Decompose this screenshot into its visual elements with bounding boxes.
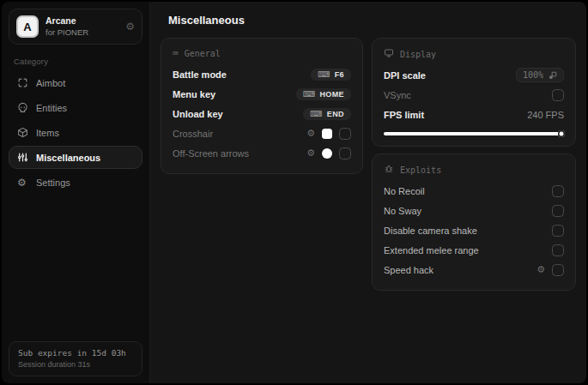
setting-row-menu-key: Menu key ⌨ HOME: [173, 84, 351, 104]
sidebar-item-miscellaneous[interactable]: Miscellaneous: [9, 146, 142, 169]
brand-text: Arcane for PIONER: [45, 15, 118, 38]
session-duration-text: Session duration 31s: [18, 360, 133, 369]
setting-label: FPS limit: [384, 110, 527, 120]
color-swatch[interactable]: [322, 129, 332, 139]
exploits-header-label: Exploits: [400, 165, 441, 175]
subscription-info: Sub expires in 15d 03h Session duration …: [9, 341, 142, 376]
vsync-checkbox[interactable]: [552, 89, 564, 101]
sidebar-item-label: Settings: [36, 177, 70, 188]
setting-label: Menu key: [173, 89, 296, 99]
sidebar-item-label: Aimbot: [36, 78, 65, 88]
fps-limit-value: 240 FPS: [527, 110, 564, 120]
setting-row-offscreen-arrows: Off-Screen arrows ⚙: [173, 143, 351, 163]
sidebar-nav: Aimbot Entities: [9, 71, 142, 194]
monitor-icon: [384, 48, 394, 60]
general-header: ⌨ General: [173, 48, 351, 59]
brand-title: Arcane: [45, 15, 118, 27]
page-title: Miscellaneous: [161, 14, 576, 27]
display-header: Display: [384, 48, 564, 60]
keybind-button-menu-key[interactable]: ⌨ HOME: [296, 88, 351, 100]
setting-row-battle-mode: Battle mode ⌨ F6: [173, 64, 351, 84]
setting-row-speed-hack: Speed hack ⚙: [384, 260, 564, 280]
brand-logo: A: [16, 15, 39, 38]
extended-melee-range-checkbox[interactable]: [552, 244, 564, 256]
sidebar-item-label: Items: [36, 128, 59, 138]
skull-icon: [17, 102, 28, 113]
disable-camera-shake-checkbox[interactable]: [552, 225, 564, 237]
exploits-header: Exploits: [384, 164, 564, 176]
setting-label: Unload key: [173, 109, 303, 119]
brand-card: A Arcane for PIONER ⚙: [9, 9, 142, 45]
keybind-button-unload-key[interactable]: ⌨ END: [303, 108, 351, 120]
dpi-scale-value: 100%: [523, 70, 543, 80]
keyboard-icon: ⌨: [310, 110, 322, 118]
display-header-label: Display: [400, 50, 436, 59]
keybind-button-battle-mode[interactable]: ⌨ F6: [311, 69, 351, 81]
setting-label: DPI scale: [384, 70, 516, 81]
gear-icon[interactable]: ⚙: [536, 265, 545, 274]
dpi-scale-select[interactable]: 100%: [516, 68, 564, 82]
sliders-icon: [17, 152, 28, 163]
keyboard-icon: ⌨: [303, 90, 315, 99]
keybind-value: F6: [335, 70, 344, 79]
general-card: ⌨ General Battle mode ⌨ F6 Menu key ⌨: [161, 38, 363, 174]
brand-subtitle: for PIONER: [45, 27, 118, 38]
package-icon: [17, 127, 28, 138]
setting-label: Battle mode: [173, 69, 311, 80]
display-card: Display DPI scale 100% VSy: [372, 38, 576, 147]
setting-label: Disable camera shake: [384, 226, 552, 236]
setting-row-unload-key: Unload key ⌨ END: [173, 104, 351, 123]
main-panel: Miscellaneous ⌨ General Battle mode ⌨ F6: [150, 2, 586, 383]
setting-row-no-sway: No Sway: [384, 201, 564, 220]
setting-label: Speed hack: [384, 265, 536, 275]
color-swatch[interactable]: [322, 148, 332, 159]
gear-icon[interactable]: ⚙: [125, 21, 135, 33]
sidebar-item-aimbot[interactable]: Aimbot: [9, 71, 142, 94]
general-header-label: General: [185, 49, 221, 58]
setting-label: Crosshair: [173, 129, 306, 139]
sub-expiry-text: Sub expires in 15d 03h: [18, 348, 133, 358]
setting-label: No Sway: [384, 206, 552, 216]
keybind-value: END: [327, 110, 344, 118]
keyboard-icon: ⌨: [318, 70, 330, 79]
setting-row-vsync: VSync: [384, 85, 564, 105]
no-sway-checkbox[interactable]: [552, 205, 564, 217]
setting-label: No Recoil: [384, 186, 552, 196]
scale-icon: [549, 71, 557, 80]
speed-hack-checkbox[interactable]: [552, 264, 564, 276]
offscreen-arrows-checkbox[interactable]: [339, 147, 351, 159]
gear-icon[interactable]: ⚙: [306, 148, 315, 158]
sidebar-item-items[interactable]: Items: [9, 121, 142, 144]
setting-row-crosshair: Crosshair ⚙: [173, 123, 351, 143]
scan-icon: [17, 77, 28, 88]
setting-row-extended-melee-range: Extended melee range: [384, 240, 564, 260]
setting-label: Extended melee range: [384, 245, 552, 256]
category-label: Category: [14, 57, 137, 66]
setting-row-disable-camera-shake: Disable camera shake: [384, 220, 564, 240]
slider-thumb[interactable]: [558, 130, 565, 137]
no-recoil-checkbox[interactable]: [552, 185, 564, 197]
setting-row-dpi-scale: DPI scale 100%: [384, 65, 564, 85]
bug-icon: [384, 164, 394, 176]
app-window: A Arcane for PIONER ⚙ Category Aimbot: [2, 2, 586, 383]
sidebar-item-settings[interactable]: ⚙ Settings: [9, 171, 142, 194]
sidebar: A Arcane for PIONER ⚙ Category Aimbot: [2, 2, 150, 383]
sidebar-item-entities[interactable]: Entities: [9, 96, 142, 119]
setting-row-fps-limit: FPS limit 240 FPS: [384, 105, 564, 124]
setting-label: Off-Screen arrows: [173, 148, 306, 159]
keyboard-icon: ⌨: [173, 48, 179, 59]
sidebar-item-label: Miscellaneous: [36, 153, 100, 163]
setting-label: VSync: [384, 90, 552, 100]
keybind-value: HOME: [319, 90, 344, 99]
gear-icon: ⚙: [17, 177, 28, 188]
exploits-card: Exploits No Recoil No Sway Disable camer…: [372, 153, 576, 291]
crosshair-checkbox[interactable]: [339, 128, 351, 140]
setting-row-no-recoil: No Recoil: [384, 181, 564, 201]
fps-limit-slider[interactable]: [384, 132, 564, 135]
sidebar-item-label: Entities: [36, 103, 67, 113]
gear-icon[interactable]: ⚙: [306, 129, 315, 138]
